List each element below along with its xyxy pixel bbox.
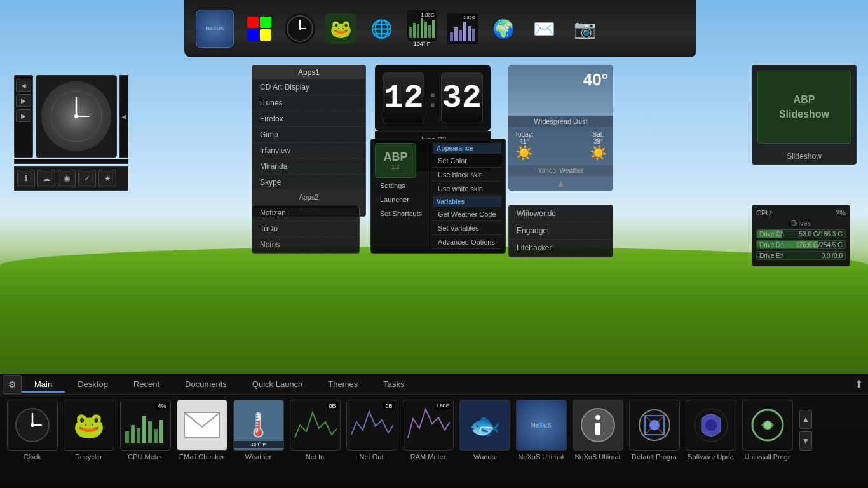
dock-frog-item[interactable]: 🐸 (320, 11, 361, 46)
dock-ram-item[interactable]: 1.80G (442, 11, 483, 46)
app-irfanview[interactable]: Irfanview (252, 143, 365, 159)
dock-camera-item[interactable]: 📷 (564, 11, 605, 46)
taskbar-recycler[interactable]: 🐸 Recycler (62, 400, 116, 461)
svg-rect-35 (159, 420, 163, 443)
taskbar-clock[interactable]: Clock (5, 400, 59, 461)
use-white-skin[interactable]: Use white skin (433, 182, 501, 196)
taskbar-ram-meter[interactable]: 1.80G RAM Meter (401, 400, 455, 461)
tab-desktop[interactable]: Desktop (65, 376, 121, 393)
clock-play-btn[interactable]: ▶ (16, 94, 31, 107)
clock-prev-btn[interactable]: ◀ (16, 79, 31, 92)
taskbar-net-in-label: Net In (290, 453, 341, 461)
scroll-up-btn[interactable]: ▲ (799, 410, 812, 429)
taskbar-cpu-meter[interactable]: 4% CPU Meter (118, 400, 172, 461)
taskbar-software-update[interactable]: Software Upda (684, 400, 738, 461)
dock-mail-item[interactable]: ✉️ (524, 11, 564, 46)
app-todo[interactable]: ToDo (252, 221, 359, 237)
taskbar-nexus-2[interactable]: NeXuS Ultimat (571, 400, 625, 461)
app-notes[interactable]: Notes (252, 237, 359, 253)
abp-widget: ABP 1.2 Settings Launcher Set Shortcuts … (370, 139, 506, 254)
taskbar-wanda[interactable]: 🐟 Wanda (458, 400, 512, 461)
taskbar-email-icon (177, 400, 227, 451)
weather-expand-btn[interactable]: ▲ (508, 176, 613, 191)
website-lifehacker[interactable]: Lifehacker (509, 240, 613, 257)
set-variables[interactable]: Set Variables (433, 222, 501, 235)
apps-panel-1: Apps1 CD Art Display iTunes Firefox Gimp… (252, 65, 366, 217)
app-notizen[interactable]: Notizen (252, 205, 359, 221)
apps-section-2-title: Apps2 (252, 191, 365, 203)
abp-launcher[interactable]: Launcher (375, 193, 427, 206)
dock-clock-item[interactable] (280, 11, 320, 46)
scroll-down-btn[interactable]: ▼ (799, 431, 812, 451)
tab-main[interactable]: Main (22, 376, 65, 393)
taskbar-uninstall-icon (742, 400, 793, 451)
drive-e-value: 0.0 /0.0 (822, 252, 843, 259)
dock-cpu-item[interactable]: 1.80G 104° F (402, 8, 442, 50)
slideshow-display: ABPSlideshow (757, 71, 851, 144)
taskbar-email[interactable]: EMail Checker (175, 400, 229, 461)
info-btn[interactable]: ℹ (17, 170, 35, 187)
app-skype[interactable]: Skype (252, 175, 365, 191)
taskbar-net-out[interactable]: 0B Net Out (344, 400, 398, 461)
svg-rect-29 (125, 431, 129, 443)
windows-icon-item[interactable] (239, 11, 280, 46)
tab-themes[interactable]: Themes (315, 376, 370, 393)
drive-c-value: 53.0 G/186.3 G (799, 230, 843, 238)
taskbar-ram-icon: 1.80G (403, 400, 454, 451)
taskbar-uninstall[interactable]: Uninstall Progr (740, 400, 794, 461)
taskbar-software-update-icon (686, 400, 736, 451)
abp-settings[interactable]: Settings (375, 179, 427, 192)
website-wiitower[interactable]: Wiitower.de (509, 205, 613, 222)
sat-icon: ☀️ (590, 145, 607, 161)
tab-quick-launch[interactable]: Quick Launch (240, 376, 316, 393)
tab-tasks[interactable]: Tasks (370, 376, 417, 393)
taskbar-default-programs[interactable]: Default Progra (627, 400, 681, 461)
abp-logo: ABP 1.2 (375, 143, 416, 178)
taskbar-wanda-icon: 🐟 (459, 400, 510, 451)
volume-down-btn[interactable]: ◀ (121, 113, 126, 120)
weather-temperature: 40° (583, 70, 608, 89)
dock-globe-item[interactable]: 🌍 (483, 11, 524, 46)
get-weather-code[interactable]: Get Weather Code (433, 208, 501, 221)
weather-temp-display: 40° (513, 70, 608, 90)
app-firefox[interactable]: Firefox (252, 111, 365, 127)
svg-rect-14 (432, 20, 435, 38)
svg-rect-2 (247, 29, 259, 41)
advanced-options[interactable]: Advanced Options (433, 236, 501, 249)
rss-btn[interactable]: ◉ (58, 170, 76, 187)
use-black-skin[interactable]: Use black skin (433, 168, 501, 182)
slideshow-widget: ABPSlideshow Slideshow (752, 65, 857, 165)
dock-network-item[interactable]: 🌐 (361, 11, 402, 46)
taskbar-software-label: Software Upda (686, 453, 736, 461)
drives-label: Drives (756, 219, 846, 227)
taskbar-weather[interactable]: 🌡️ 104° F Weather (231, 400, 285, 461)
app-miranda[interactable]: Miranda (252, 159, 365, 175)
yahoo-weather-label: Yahoo! Weather (508, 165, 613, 176)
tab-recent[interactable]: Recent (121, 376, 172, 393)
weather-info-btn[interactable]: ☁ (37, 170, 55, 187)
clock-next-btn[interactable]: ▶ (16, 109, 31, 122)
set-color-item[interactable]: Set Color (433, 154, 501, 168)
app-gimp[interactable]: Gimp (252, 127, 365, 143)
clock-minutes: 32 (441, 72, 483, 123)
apps-panel-1-title: Apps1 (252, 65, 365, 79)
taskbar-nexus-1[interactable]: NeXuS NeXuS Ultimat (514, 400, 568, 461)
tab-documents[interactable]: Documents (172, 376, 240, 393)
net-in-badge: 0B (327, 402, 337, 410)
website-engadget[interactable]: Engadget (509, 222, 613, 240)
abp-set-shortcuts[interactable]: Set Shortcuts (375, 207, 427, 220)
taskbar-settings-btn[interactable]: ⚙ (3, 375, 22, 394)
clock-face (36, 75, 117, 158)
weather-forecast: Today: 41° ☀️ Sat: 39° ☀️ (508, 127, 613, 165)
star-btn[interactable]: ★ (98, 170, 116, 187)
taskbar-net-in[interactable]: 0B Net In (288, 400, 342, 461)
progress-bar (14, 159, 128, 164)
app-cd-art[interactable]: CD Art Display (252, 79, 365, 95)
app-itunes[interactable]: iTunes (252, 95, 365, 111)
dock-frog-icon: 🐸 (325, 13, 356, 44)
expand-btn[interactable]: ⬆ (850, 378, 868, 390)
nexus-logo-item[interactable]: NeXuS (191, 7, 239, 50)
svg-point-28 (31, 423, 34, 427)
slideshow-title: Slideshow (752, 149, 856, 164)
check-btn[interactable]: ✓ (78, 170, 96, 187)
